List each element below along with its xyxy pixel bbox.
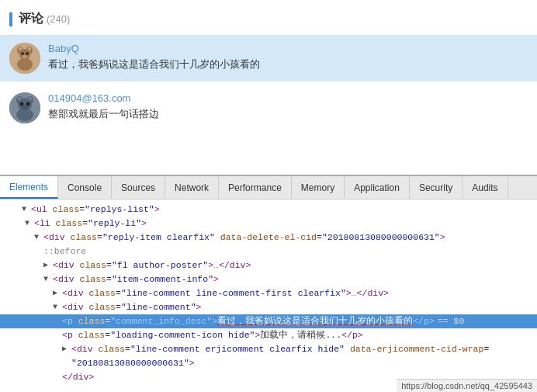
username-2[interactable]: 014904@163.com xyxy=(48,92,528,104)
code-line-10: <p class="loading-comment-icon hide">加载中… xyxy=(0,328,537,342)
expand-arrow-1[interactable] xyxy=(22,203,31,216)
expand-arrow-3[interactable] xyxy=(34,231,43,244)
expand-arrow-2[interactable] xyxy=(25,217,34,230)
tab-application[interactable]: Application xyxy=(345,176,410,199)
devtools-code-view[interactable]: <ul class="replys-list"> <li class="repl… xyxy=(0,199,537,392)
comment-count: (240) xyxy=(47,13,70,25)
comment-text-1: 看过，我爸妈说这是适合我们十几岁的小孩看的 xyxy=(48,57,528,71)
tab-security[interactable]: Security xyxy=(410,176,463,199)
comment-text-2: 整部戏就最后一句话搭边 xyxy=(48,107,528,121)
username-1[interactable]: BabyQ xyxy=(48,43,528,54)
code-line-11: <div class="line-comment erjicomment cle… xyxy=(0,342,537,356)
svg-point-6 xyxy=(17,58,33,71)
tab-audits[interactable]: Audits xyxy=(463,176,508,199)
devtools-tabs: Elements Console Sources Network Perform… xyxy=(0,176,537,199)
expand-arrow-6[interactable] xyxy=(43,273,53,286)
expand-arrow-7[interactable] xyxy=(53,287,62,300)
comment-item-2: 014904@163.com 整部戏就最后一句话搭边 xyxy=(0,85,537,131)
code-line-2: <li class="reply-li"> xyxy=(0,217,537,231)
comment-item-1: BabyQ 看过，我爸妈说这是适合我们十几岁的小孩看的 xyxy=(0,35,537,82)
tab-memory[interactable]: Memory xyxy=(292,176,345,199)
svg-point-7 xyxy=(21,52,24,55)
section-title: 评论 (240) xyxy=(0,6,537,32)
footer-url: https://blog.csdn.net/qq_42595443 xyxy=(397,379,537,392)
page-wrapper: 评论 (240) BabyQ xyxy=(0,0,537,392)
svg-point-18 xyxy=(26,102,30,106)
expand-arrow-5[interactable] xyxy=(43,259,53,272)
code-line-1: <ul class="replys-list"> xyxy=(0,203,537,217)
code-line-3: <div class="reply-item clearfix" data-de… xyxy=(0,231,537,245)
svg-point-8 xyxy=(26,52,29,55)
svg-point-17 xyxy=(20,102,24,106)
comment-body-2: 014904@163.com 整部戏就最后一句话搭边 xyxy=(48,92,528,121)
code-line-8: <div class="line-comment"> xyxy=(0,300,537,314)
expand-arrow-11[interactable] xyxy=(62,343,71,356)
code-line-7: <div class="line-comment line-comment-fi… xyxy=(0,286,537,300)
svg-point-9 xyxy=(23,55,27,58)
expand-arrow-8[interactable] xyxy=(53,301,62,314)
content-area: 评论 (240) BabyQ xyxy=(0,0,537,175)
code-line-5: <div class="fl author-poster">…</div> xyxy=(0,258,537,272)
avatar-1 xyxy=(9,43,40,74)
comment-body-1: BabyQ 看过，我爸妈说这是适合我们十几岁的小孩看的 xyxy=(48,43,528,71)
svg-point-15 xyxy=(29,97,32,100)
section-title-text: 评论 xyxy=(19,11,43,27)
tab-console[interactable]: Console xyxy=(58,176,112,199)
title-bar-decoration xyxy=(9,12,12,26)
code-line-6: <div class="item-comment-info"> xyxy=(0,272,537,286)
tab-performance[interactable]: Performance xyxy=(219,176,292,199)
devtools-panel: Elements Console Sources Network Perform… xyxy=(0,175,537,392)
code-line-12: "20180813080000000631"> xyxy=(0,356,537,370)
svg-point-19 xyxy=(22,106,28,110)
svg-point-14 xyxy=(18,97,21,100)
avatar-2 xyxy=(9,92,40,123)
tab-elements[interactable]: Elements xyxy=(0,176,58,199)
svg-point-16 xyxy=(16,109,33,121)
tab-network[interactable]: Network xyxy=(165,176,219,199)
svg-point-4 xyxy=(19,47,22,50)
code-line-9-selected[interactable]: <p class="comment_info_desc">看过，我爸妈说这是适合… xyxy=(0,314,537,328)
code-line-4: ::before xyxy=(0,245,537,258)
tab-sources[interactable]: Sources xyxy=(112,176,165,199)
svg-point-5 xyxy=(28,47,31,50)
